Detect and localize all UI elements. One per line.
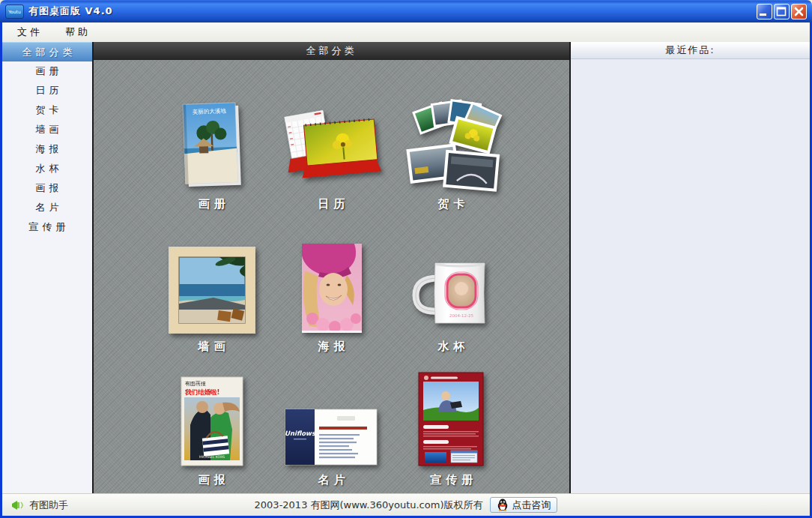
sidebar: 全部分类 画册 日历 贺卡 墙画 海报 水杯 画报 名片 宣传册: [2, 42, 92, 493]
tile-wall-art[interactable]: 墙画: [152, 217, 272, 360]
tile-label: 名片: [314, 469, 350, 493]
statusbar: 有图助手 2003-2013 有图网(www.360youtu.com)版权所有: [2, 493, 810, 516]
tile-pictorial[interactable]: 有图画报 我们结婚啦!: [152, 360, 272, 493]
tile-label: 海报: [314, 335, 350, 360]
sidebar-item-poster[interactable]: 海报: [2, 139, 92, 159]
greeting-cards-thumbnail-icon: [395, 66, 509, 193]
sidebar-item-all-categories[interactable]: 全部分类: [2, 42, 92, 61]
grid-row-3: 有图画报 我们结婚啦!: [94, 360, 569, 493]
category-panel: 全部分类: [92, 42, 571, 493]
copyright-text: 2003-2013 有图网(www.360youtu.com)版权所有: [255, 499, 483, 512]
sidebar-item-business-card[interactable]: 名片: [2, 198, 92, 217]
recent-works-header: 最近作品:: [571, 42, 810, 59]
window-title: 有图桌面版 V4.0: [28, 4, 113, 18]
tile-label: 水杯: [434, 335, 470, 360]
pictorial-thumbnail-icon: 有图画报 我们结婚啦!: [180, 360, 244, 469]
megaphone-icon: [11, 499, 25, 511]
svg-text:有图画报: 有图画报: [185, 381, 206, 387]
tile-label: 日历: [314, 193, 350, 217]
sidebar-item-pictorial[interactable]: 画报: [2, 178, 92, 198]
svg-text:美丽的大溪地: 美丽的大溪地: [192, 107, 226, 115]
maximize-button[interactable]: [774, 4, 790, 19]
consult-label: 点击咨询: [512, 499, 551, 512]
assistant-label: 有图助手: [29, 499, 68, 512]
tile-label: 画册: [194, 193, 230, 217]
tile-calendar[interactable]: 日历: [272, 66, 392, 217]
tile-business-card[interactable]: Uniflows: [272, 360, 392, 493]
sidebar-item-photo-book[interactable]: 画册: [2, 61, 92, 81]
maximize-icon: [775, 4, 789, 19]
app-window: Youtu 有图桌面版 V4.0 文件 帮助 全部分类 画册 日历: [0, 0, 812, 518]
poster-thumbnail-icon: [300, 217, 363, 335]
category-grid: 美丽的大溪地 画册: [94, 60, 569, 493]
minimize-icon: [757, 4, 772, 19]
sidebar-item-mug[interactable]: 水杯: [2, 159, 92, 178]
menu-help[interactable]: 帮助: [65, 25, 91, 39]
grid-row-1: 美丽的大溪地 画册: [94, 66, 569, 217]
close-button[interactable]: [791, 4, 807, 19]
qq-penguin-icon: [497, 499, 509, 511]
tile-label: 墙画: [194, 335, 230, 360]
sidebar-item-brochure[interactable]: 宣传册: [2, 217, 92, 237]
consult-button[interactable]: 点击咨询: [490, 497, 557, 513]
tile-brochure[interactable]: 宣传册: [392, 360, 512, 493]
recent-works-list: [571, 59, 810, 493]
minimize-button[interactable]: [757, 4, 772, 19]
recent-works-panel: 最近作品:: [571, 42, 810, 493]
photo-book-thumbnail-icon: 美丽的大溪地: [179, 66, 245, 193]
menubar: 文件 帮助: [2, 22, 810, 42]
tile-mug[interactable]: 2004-12-25 水杯: [392, 217, 512, 360]
grid-row-2: 墙画: [94, 217, 569, 360]
business-card-thumbnail-icon: Uniflows: [283, 360, 381, 469]
tile-label: 宣传册: [425, 469, 477, 493]
calendar-thumbnail-icon: [279, 66, 384, 193]
svg-text:我们结婚啦!: 我们结婚啦!: [184, 388, 219, 396]
tile-label: 贺卡: [434, 193, 470, 217]
titlebar: Youtu 有图桌面版 V4.0: [0, 0, 812, 22]
mug-thumbnail-icon: 2004-12-25: [410, 217, 494, 335]
window-frame: 文件 帮助 全部分类 画册 日历 贺卡 墙画 海报 水杯 画报 名片 宣传册 全…: [0, 22, 812, 518]
sidebar-item-wall-art[interactable]: 墙画: [2, 120, 92, 139]
sidebar-item-greeting-card[interactable]: 贺卡: [2, 100, 92, 120]
category-panel-header: 全部分类: [94, 42, 569, 60]
main-area: 全部分类 画册 日历 贺卡 墙画 海报 水杯 画报 名片 宣传册 全部分类: [2, 42, 810, 493]
brochure-thumbnail-icon: [417, 360, 486, 469]
assistant-launcher[interactable]: 有图助手: [11, 499, 68, 512]
tile-photo-book[interactable]: 美丽的大溪地 画册: [152, 66, 272, 217]
statusbar-center: 2003-2013 有图网(www.360youtu.com)版权所有: [255, 497, 558, 513]
svg-text:2004-12-25: 2004-12-25: [449, 313, 473, 318]
tile-label: 画报: [194, 469, 230, 493]
tile-poster[interactable]: 海报: [272, 217, 392, 360]
wall-art-thumbnail-icon: [167, 217, 257, 335]
svg-text:MICHAEL KORS: MICHAEL KORS: [199, 455, 225, 459]
app-logo-icon: Youtu: [5, 4, 24, 19]
sidebar-item-calendar[interactable]: 日历: [2, 81, 92, 100]
tile-greeting-card[interactable]: 贺卡: [392, 66, 512, 217]
menu-file[interactable]: 文件: [17, 25, 43, 39]
close-icon: [792, 4, 806, 19]
svg-text:Uniflows: Uniflows: [285, 430, 316, 437]
window-controls: [757, 4, 807, 19]
